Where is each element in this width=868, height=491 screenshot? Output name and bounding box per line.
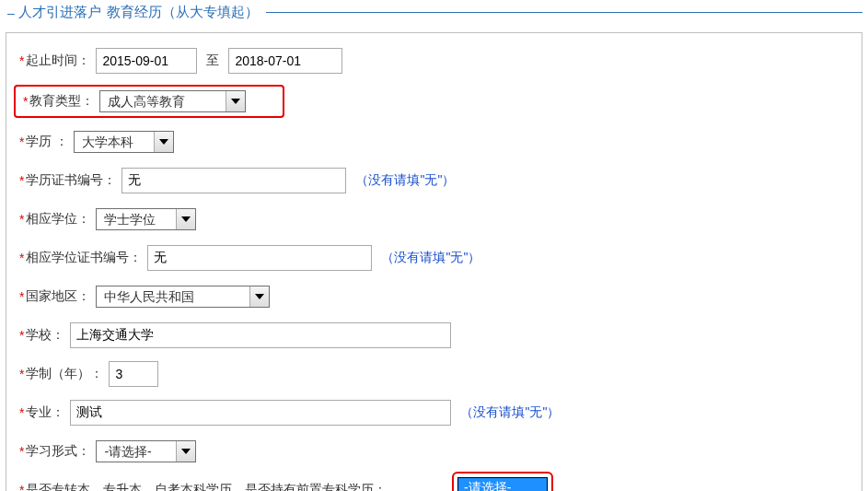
row-degree-cert-no: * 相应学位证书编号： （没有请填"无"） [19, 243, 849, 273]
chevron-down-icon [249, 286, 269, 307]
row-cert-no: * 学历证书编号： （没有请填"无"） [19, 166, 849, 195]
label-edu-type: 教育类型： [29, 93, 94, 110]
row-years: * 学制（年）： [19, 359, 849, 389]
svg-marker-2 [181, 216, 191, 222]
chevron-down-icon [176, 209, 195, 229]
header-divider [266, 12, 862, 13]
required-marker: * [19, 212, 24, 227]
required-marker: * [19, 53, 24, 68]
hint-no-fill-none: （没有请填"无"） [355, 172, 455, 189]
row-major: * 专业： （没有请填"无"） [19, 398, 849, 427]
chevron-down-icon [176, 441, 195, 462]
required-marker: * [19, 328, 24, 343]
row-edu-type: * 教育类型： 成人高等教育 [19, 85, 849, 118]
required-marker: * [19, 289, 24, 304]
header-dash: – [7, 6, 15, 20]
label-major: 专业： [26, 404, 64, 421]
required-marker: * [23, 94, 28, 109]
degree-select[interactable]: 学士学位 [96, 208, 196, 230]
cert-no-input[interactable] [122, 168, 346, 193]
start-date-input[interactable] [96, 48, 197, 74]
label-cert-no: 学历证书编号： [26, 172, 116, 189]
required-marker: * [19, 444, 24, 459]
row-degree: * 相应学位： 学士学位 [19, 205, 849, 234]
prior-qual-highlight-box: -请选择- 否 是 [452, 472, 553, 491]
study-mode-value: -请选择- [97, 441, 176, 462]
major-input[interactable] [70, 400, 451, 426]
svg-marker-3 [255, 294, 264, 299]
country-select[interactable]: 中华人民共和国 [96, 286, 270, 308]
degree-level-select[interactable]: 大学本科 [74, 131, 174, 153]
required-marker: * [19, 134, 24, 149]
label-degree-level: 学历 ： [26, 134, 68, 150]
study-mode-select[interactable]: -请选择- [96, 440, 196, 462]
header-title: 人才引进落户 [18, 4, 101, 21]
label-country: 国家地区： [26, 288, 90, 305]
label-degree-cert-no: 相应学位证书编号： [26, 250, 142, 266]
school-input[interactable] [70, 322, 451, 348]
svg-marker-1 [159, 139, 168, 145]
label-prior-qual: 是否专转本、专升本、自考本科学历，是否持有前置专科学历： [26, 482, 387, 491]
row-school: * 学校： [19, 321, 849, 350]
row-degree-level: * 学历 ： 大学本科 [19, 127, 849, 157]
chevron-down-icon [154, 132, 173, 152]
label-degree: 相应学位： [26, 211, 90, 228]
label-to: 至 [206, 53, 219, 69]
degree-level-value: 大学本科 [75, 132, 154, 152]
hint-no-fill-none: （没有请填"无"） [460, 404, 560, 421]
end-date-input[interactable] [228, 48, 342, 74]
prior-qual-select-open[interactable]: -请选择- 否 是 [457, 477, 548, 491]
edu-type-value: 成人高等教育 [100, 91, 226, 111]
edu-type-select[interactable]: 成人高等教育 [99, 90, 246, 112]
degree-value: 学士学位 [97, 209, 176, 229]
edu-type-highlight-box: * 教育类型： 成人高等教育 [14, 85, 284, 118]
degree-cert-no-input[interactable] [147, 245, 372, 271]
country-value: 中华人民共和国 [97, 286, 249, 307]
section-header: – 人才引进落户 教育经历（从大专填起） [6, 4, 862, 21]
required-marker: * [19, 251, 24, 265]
dropdown-option-placeholder[interactable]: -请选择- [458, 478, 547, 491]
svg-marker-4 [181, 449, 191, 454]
row-date-range: * 起止时间： 至 [19, 46, 849, 76]
hint-no-fill-none: （没有请填"无"） [381, 250, 480, 266]
years-input[interactable] [109, 361, 158, 387]
required-marker: * [19, 405, 24, 420]
label-school: 学校： [26, 327, 64, 344]
required-marker: * [19, 483, 24, 491]
row-study-mode: * 学习形式： -请选择- [19, 437, 849, 466]
required-marker: * [19, 367, 24, 381]
label-study-mode: 学习形式： [26, 443, 90, 460]
label-years: 学制（年）： [26, 366, 103, 382]
form-box: * 起止时间： 至 * 教育类型： 成人高等教育 * 学历 ： [6, 32, 862, 491]
label-date-range: 起止时间： [26, 53, 90, 69]
row-prior-qual: * 是否专转本、专升本、自考本科学历，是否持有前置专科学历： -请选择- 否 是 [19, 475, 849, 491]
header-subtitle: 教育经历（从大专填起） [107, 4, 259, 21]
row-country: * 国家地区： 中华人民共和国 [19, 282, 849, 311]
required-marker: * [19, 173, 24, 188]
chevron-down-icon [226, 91, 245, 111]
svg-marker-0 [231, 99, 240, 104]
